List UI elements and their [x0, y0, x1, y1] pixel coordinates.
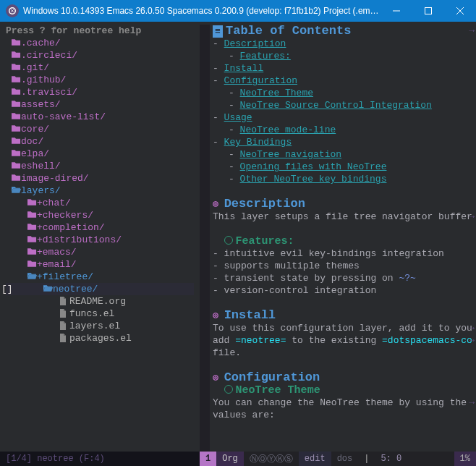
- folder-closed-icon: [12, 62, 21, 74]
- folder-open-icon: [43, 283, 53, 295]
- overflow-arrow-icon: →: [469, 397, 475, 409]
- tree-dir[interactable]: image-dired/: [6, 172, 194, 185]
- folder-closed-icon: [12, 148, 21, 160]
- fold-gutter: [200, 25, 210, 452]
- tree-dir-label: .travisci/: [21, 86, 77, 98]
- tree-file[interactable]: README.org: [6, 295, 194, 308]
- toc-link[interactable]: NeoTree navigation: [240, 149, 341, 160]
- tree-dir-label: +chat/: [37, 197, 71, 209]
- toc-link[interactable]: Other NeoTree key bindings: [240, 174, 387, 185]
- file-icon: [59, 332, 69, 344]
- major-mode: Org: [216, 452, 244, 466]
- toc-item[interactable]: - Configuration: [213, 75, 472, 87]
- minimize-button[interactable]: [381, 0, 412, 22]
- tree-file[interactable]: packages.el: [6, 332, 194, 344]
- list-item: - supports multiple themes: [213, 260, 472, 272]
- tree-dir[interactable]: .github/: [6, 74, 194, 86]
- body-text: You can change the NeoTree theme by usin…: [213, 397, 472, 409]
- tree-dir[interactable]: neotree/[]: [6, 283, 194, 295]
- tree-dir[interactable]: assets/: [6, 98, 194, 111]
- tree-dir[interactable]: core/: [6, 123, 194, 135]
- toc-link[interactable]: NeoTree Theme: [240, 88, 313, 98]
- folder-open-icon: [12, 185, 21, 197]
- spacemacs-icon: [6, 4, 19, 17]
- toc-item[interactable]: - Install: [213, 62, 472, 75]
- tree-dir[interactable]: doc/: [6, 135, 194, 148]
- toc-item[interactable]: - NeoTree mode-line: [213, 124, 472, 136]
- toc-item[interactable]: - Description: [213, 38, 472, 50]
- overflow-arrow-icon: →: [469, 25, 475, 37]
- toc-link[interactable]: Description: [224, 38, 286, 49]
- toc-link[interactable]: Usage: [224, 112, 252, 123]
- toc-item[interactable]: - NeoTree navigation: [213, 148, 472, 161]
- tree-file-label: layers.el: [69, 320, 120, 332]
- cursor-bracket: []: [1, 283, 13, 295]
- tree-dir[interactable]: .circleci/: [6, 49, 194, 62]
- folder-closed-icon: [12, 86, 21, 98]
- neotree-modeline: [1/4] neotree (F:4): [0, 452, 200, 466]
- tree-dir-label: .git/: [21, 62, 49, 74]
- tree-dir[interactable]: +distributions/: [6, 234, 194, 246]
- tree-dir[interactable]: auto-save-list/: [6, 111, 194, 123]
- tree-file[interactable]: funcs.el: [6, 308, 194, 320]
- tree-dir[interactable]: .cache/: [6, 37, 194, 49]
- tree-dir[interactable]: .travisci/: [6, 86, 194, 98]
- tree-file-label: README.org: [69, 295, 126, 308]
- tree-file-label: funcs.el: [69, 308, 114, 320]
- tree-dir[interactable]: +filetree/: [6, 271, 194, 283]
- tree-dir-label: .cache/: [21, 37, 61, 49]
- fold-marker-icon: ≡: [213, 25, 223, 38]
- body-text: This layer setups a file tree navigator …: [213, 211, 472, 223]
- folder-closed-icon: [27, 209, 37, 221]
- toc-link[interactable]: Configuration: [224, 75, 297, 86]
- org-buffer-pane[interactable]: ≡Table of Contents→- Description- Featur…: [200, 22, 476, 466]
- toc-item[interactable]: - Usage: [213, 111, 472, 124]
- org-modeline: 1 Org ⓃⓄⓎⓀⓈ edit dos | 5: 0 1%: [200, 452, 476, 466]
- tree-dir[interactable]: +emacs/: [6, 246, 194, 258]
- body-text: add =neotree= to the existing =dotspacem…: [213, 334, 472, 347]
- tree-dir-label: +checkers/: [37, 209, 93, 221]
- tree-dir[interactable]: +completion/: [6, 221, 194, 234]
- toc-item[interactable]: - Features:: [213, 50, 472, 62]
- tree-dir-label: layers/: [21, 185, 61, 197]
- toc-link[interactable]: Opening files with NeoTree: [240, 161, 387, 172]
- list-item: - version-control integration: [213, 284, 472, 297]
- file-icon: [59, 320, 69, 332]
- tree-dir[interactable]: elpa/: [6, 148, 194, 160]
- close-button[interactable]: [444, 0, 476, 22]
- tree-dir[interactable]: eshell/: [6, 160, 194, 172]
- tree-dir[interactable]: +checkers/: [6, 209, 194, 221]
- tree-dir[interactable]: +chat/: [6, 197, 194, 209]
- toc-link[interactable]: NeoTree Source Control Integration: [240, 100, 432, 111]
- tree-dir-label: core/: [21, 123, 49, 135]
- tree-dir-label: +distributions/: [37, 234, 122, 246]
- tree-dir-label: +email/: [37, 258, 77, 271]
- tree-dir[interactable]: +email/: [6, 258, 194, 271]
- tree-dir[interactable]: .git/: [6, 62, 194, 74]
- toc-link[interactable]: Install: [224, 63, 264, 74]
- minor-modes: ⓃⓄⓎⓀⓈ: [244, 452, 299, 466]
- toc-item[interactable]: - NeoTree Theme: [213, 87, 472, 99]
- tree-dir[interactable]: layers/: [6, 185, 194, 197]
- folder-closed-icon: [12, 49, 21, 62]
- toc-item[interactable]: - Key Bindings: [213, 136, 472, 148]
- neotree-pane[interactable]: Press ? for neotree help .cache/ .circle…: [0, 22, 200, 466]
- folder-open-icon: [27, 271, 37, 283]
- toc-link[interactable]: Features:: [240, 51, 291, 62]
- folder-closed-icon: [27, 197, 37, 209]
- folder-closed-icon: [12, 160, 21, 172]
- svg-rect-2: [425, 8, 432, 14]
- tree-dir-label: .circleci/: [21, 49, 77, 62]
- toc-item[interactable]: - NeoTree Source Control Integration: [213, 99, 472, 111]
- toc-link[interactable]: Key Bindings: [224, 137, 292, 148]
- tree-file-label: packages.el: [69, 332, 132, 344]
- tree-file[interactable]: layers.el: [6, 320, 194, 332]
- folder-closed-icon: [12, 111, 21, 123]
- tree-dir-label: +emacs/: [37, 246, 77, 258]
- toc-item[interactable]: - Other NeoTree key bindings: [213, 173, 472, 185]
- toc-link[interactable]: NeoTree mode-line: [240, 124, 336, 135]
- overflow-arrow-icon: →: [469, 322, 475, 334]
- toc-item[interactable]: - Opening files with NeoTree: [213, 161, 472, 173]
- file-icon: [59, 308, 69, 320]
- maximize-button[interactable]: [412, 0, 444, 22]
